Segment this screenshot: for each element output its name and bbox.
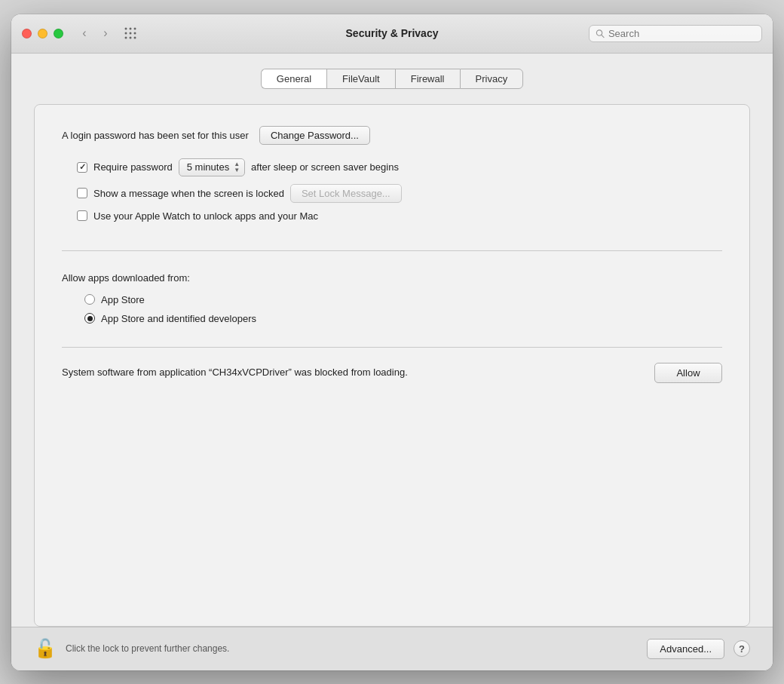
titlebar: ‹ › Security & Privacy [11,14,773,54]
maximize-button[interactable] [54,29,63,38]
allow-apps-label: Allow apps downloaded from: [62,272,722,284]
svg-point-8 [134,37,136,39]
require-password-row: Require password 5 minutes ▲ ▼ after sle… [62,158,722,176]
tab-filevault[interactable]: FileVault [326,69,395,89]
radio-appstore-developers-row[interactable]: App Store and identified developers [62,313,722,324]
tab-general[interactable]: General [261,69,326,89]
svg-point-3 [125,32,127,35]
grid-icon[interactable] [124,26,137,40]
section-divider [62,250,722,251]
apple-watch-row: Use your Apple Watch to unlock apps and … [62,210,722,222]
search-icon [596,29,605,38]
require-password-suffix: after sleep or screen saver begins [251,161,399,173]
require-password-label: Require password [93,161,173,173]
svg-point-7 [130,37,132,39]
close-button[interactable] [22,29,32,38]
lock-text: Click the lock to prevent further change… [66,643,638,654]
svg-point-4 [130,32,132,35]
apple-watch-checkbox[interactable] [77,210,87,221]
svg-point-1 [130,28,132,30]
content-area: General FileVault Firewall Privacy A log… [11,54,773,627]
help-button[interactable]: ? [733,640,750,657]
password-timeout-dropdown[interactable]: 5 minutes ▲ ▼ [179,158,245,176]
radio-appstore[interactable] [84,294,95,305]
allow-button[interactable]: Allow [654,363,722,383]
change-password-button[interactable]: Change Password... [259,126,370,145]
tab-firewall[interactable]: Firewall [395,69,460,89]
apple-watch-label: Use your Apple Watch to unlock apps and … [93,210,318,222]
dropdown-arrows: ▲ ▼ [234,161,240,173]
radio-appstore-label: App Store [101,294,145,305]
login-password-text: A login password has been set for this u… [62,130,249,141]
set-lock-message-button[interactable]: Set Lock Message... [290,184,402,203]
minimize-button[interactable] [38,29,47,38]
nav-buttons: ‹ › [75,24,115,42]
require-password-checkbox[interactable] [77,162,87,173]
radio-appstore-developers-label: App Store and identified developers [101,313,256,324]
show-message-label: Show a message when the screen is locked [93,188,284,199]
svg-point-0 [125,28,127,30]
lock-icon[interactable]: 🔓 [34,640,57,658]
svg-point-5 [134,32,136,35]
tab-privacy[interactable]: Privacy [460,69,524,89]
search-input[interactable] [608,28,755,39]
svg-point-2 [134,28,136,30]
blocked-text: System software from application “CH34xV… [62,365,639,380]
svg-line-10 [602,35,604,37]
password-timeout-value: 5 minutes [187,161,229,173]
advanced-button[interactable]: Advanced... [647,639,724,659]
tab-bar: General FileVault Firewall Privacy [34,69,750,89]
svg-point-6 [125,37,127,39]
settings-panel: A login password has been set for this u… [34,104,750,627]
bottom-bar: 🔓 Click the lock to prevent further chan… [11,627,773,670]
back-button[interactable]: ‹ [75,24,93,42]
show-message-checkbox[interactable] [77,188,87,198]
window-title: Security & Privacy [346,27,439,39]
search-box[interactable] [589,25,762,42]
show-message-row: Show a message when the screen is locked… [62,184,722,203]
traffic-lights [22,29,63,38]
allow-apps-section: Allow apps downloaded from: App Store Ap… [62,272,722,332]
radio-appstore-row[interactable]: App Store [62,294,722,305]
main-window: ‹ › Security & Privacy [11,14,773,670]
radio-appstore-developers[interactable] [84,313,95,324]
login-password-row: A login password has been set for this u… [62,126,722,145]
forward-button[interactable]: › [96,24,115,42]
blocked-section: System software from application “CH34xV… [62,347,722,383]
